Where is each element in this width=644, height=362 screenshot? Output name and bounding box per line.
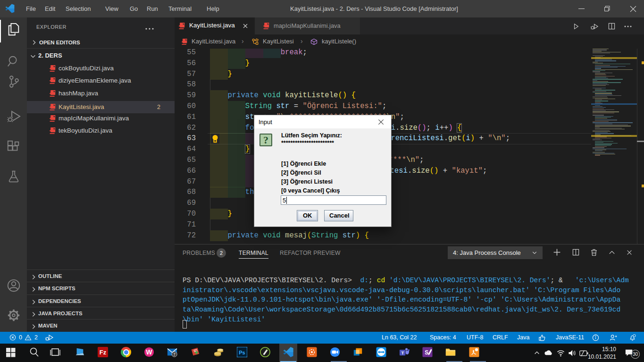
svg-text:S: S — [425, 349, 428, 356]
svg-text:7: 7 — [173, 353, 176, 357]
svg-text:W: W — [146, 349, 152, 356]
svg-text:Ps: Ps — [239, 350, 245, 355]
svg-text:Fz: Fz — [100, 349, 107, 356]
svg-text:T: T — [401, 350, 404, 355]
